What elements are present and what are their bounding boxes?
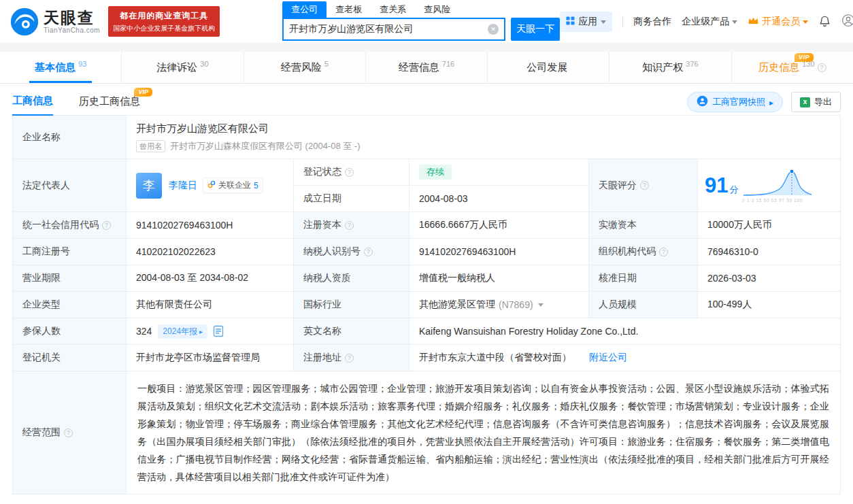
tab-basic-info[interactable]: 基本信息 93 bbox=[0, 52, 122, 83]
main-tabs: 基本信息 93 法律诉讼 30 经营风险 5 经营信息 716 公司发展 知识产… bbox=[0, 52, 853, 84]
search-button[interactable]: 天眼一下 bbox=[511, 18, 560, 41]
tab-intellectual-property[interactable]: 知识产权 376 bbox=[609, 52, 731, 83]
legal-rep-name-link[interactable]: 李隆日 bbox=[169, 180, 197, 192]
company-type-value: 其他有限责任公司 bbox=[127, 292, 294, 318]
org-code-value: 76946310-0 bbox=[698, 239, 840, 265]
annual-report-badge[interactable]: 2024年报 bbox=[158, 324, 207, 339]
label-reg-status: 登记状态 bbox=[294, 159, 409, 186]
score-chart: 0 1 3 15 50 65 97 99 100 bbox=[742, 166, 826, 205]
app-menu-label: 应用 bbox=[578, 16, 597, 28]
search-area: 查公司 查老板 查关系 查风险 天眼一下 bbox=[282, 3, 560, 41]
vip-badge: VIP bbox=[134, 88, 152, 97]
official-snapshot-button[interactable]: 工商官网快照 bbox=[687, 92, 783, 112]
search-box bbox=[282, 18, 505, 41]
brand-name: 天眼查 bbox=[44, 9, 100, 27]
search-tab-relation[interactable]: 查关系 bbox=[371, 1, 415, 18]
address-value: 开封市东京大道中段（省警校对面） bbox=[419, 352, 571, 364]
score-axis-ticks: 0 1 3 15 50 65 97 99 100 bbox=[742, 198, 803, 203]
caret-down-icon bbox=[803, 20, 808, 27]
nav-open-vip[interactable]: 开通会员 bbox=[748, 16, 808, 28]
reg-authority-value: 开封市龙亭区市场监督管理局 bbox=[127, 345, 294, 371]
info-icon[interactable] bbox=[102, 221, 111, 230]
nearby-companies-link[interactable]: 附近公司 bbox=[589, 352, 627, 364]
approval-date-value: 2026-03-03 bbox=[698, 265, 840, 292]
crown-icon bbox=[748, 16, 759, 27]
insured-count-value: 324 bbox=[136, 326, 152, 337]
search-input[interactable] bbox=[284, 24, 488, 35]
row-reg-number: 工商注册号 410202102022623 纳税人识别号 91410202769… bbox=[13, 239, 840, 265]
nav-enterprise-products[interactable]: 企业级产品 bbox=[682, 16, 737, 28]
label-establish-date: 成立日期 bbox=[294, 186, 409, 212]
label-paid-capital: 实缴资本 bbox=[589, 212, 698, 239]
subtab-history-business-info[interactable]: 历史工商信息 VIP bbox=[79, 95, 140, 115]
row-business-term: 营业期限 2004-08-03 至 2034-08-02 纳税人资质 增值税一般… bbox=[13, 265, 840, 292]
former-name-badge: 曾用名 bbox=[136, 140, 165, 152]
business-term-value: 2004-08-03 至 2034-08-02 bbox=[127, 265, 294, 292]
status-date-block: 登记状态 存续 成立日期 2004-08-03 bbox=[294, 159, 589, 212]
row-company-name: 企业名称 开封市万岁山游览区有限公司 曾用名 开封市万岁山森林度假区有限公司 (… bbox=[13, 116, 840, 159]
info-icon[interactable] bbox=[345, 221, 354, 230]
score-unit: 分 bbox=[729, 184, 738, 196]
row-reg-authority: 登记机关 开封市龙亭区市场监督管理局 注册地址 开封市东京大道中段（省警校对面）… bbox=[13, 345, 840, 371]
row-company-type: 企业类型 其他有限责任公司 国标行业 其他游览景区管理 (N7869) 人员规模… bbox=[13, 292, 840, 318]
tianyancha-logo[interactable]: 天眼查 TianYanCha.com bbox=[10, 7, 100, 37]
label-reg-capital: 注册资本 bbox=[294, 212, 409, 239]
english-name-value: Kaifeng Wansuishan Forestry Holiday Zone… bbox=[409, 318, 840, 345]
tianyancha-company-page: 天眼查 TianYanCha.com 都在用的商业查询工具 国家中小企业发展子基… bbox=[0, 0, 853, 494]
related-companies-icon bbox=[207, 180, 216, 190]
clear-icon[interactable] bbox=[488, 24, 499, 35]
info-icon[interactable] bbox=[364, 248, 373, 256]
score-value: 91 bbox=[705, 175, 728, 196]
search-tab-company[interactable]: 查公司 bbox=[282, 1, 327, 18]
chevron-down-icon[interactable] bbox=[538, 303, 543, 309]
social-insurance-report-icon[interactable] bbox=[212, 325, 224, 337]
search-tabs: 查公司 查老板 查关系 查风险 bbox=[282, 3, 560, 18]
label-company-name: 企业名称 bbox=[13, 116, 127, 159]
bell-icon[interactable] bbox=[818, 15, 831, 28]
row-insured-count: 参保人数 324 2024年报 英文名称 Kaifeng Wansuishan … bbox=[13, 318, 840, 345]
tab-legal-litigation[interactable]: 法律诉讼 30 bbox=[122, 52, 244, 83]
label-business-term: 营业期限 bbox=[13, 265, 127, 292]
section-header: 工商信息 历史工商信息 VIP 工商官网快照 导出 bbox=[0, 84, 853, 115]
industry-code: (N7869) bbox=[499, 299, 533, 310]
label-company-type: 企业类型 bbox=[13, 292, 127, 318]
business-scope-value: 一般项目：游览景区管理；园区管理服务；城市公园管理；企业管理；旅游开发项目策划咨… bbox=[127, 371, 840, 494]
subtab-business-info[interactable]: 工商信息 bbox=[12, 95, 53, 116]
related-companies-badge[interactable]: 关联企业 5 bbox=[203, 178, 263, 193]
business-info-table: 企业名称 开封市万岁山游览区有限公司 曾用名 开封市万岁山森林度假区有限公司 (… bbox=[12, 115, 841, 494]
info-icon[interactable] bbox=[659, 248, 668, 256]
nav-business-cooperation[interactable]: 商务合作 bbox=[633, 16, 671, 28]
tab-operation-risk[interactable]: 经营风险 5 bbox=[244, 52, 366, 83]
industry-value: 其他游览景区管理 (N7869) bbox=[409, 292, 589, 318]
tianyancha-logo-icon bbox=[10, 7, 39, 37]
info-icon[interactable] bbox=[640, 181, 649, 190]
export-button[interactable]: 导出 bbox=[791, 92, 841, 112]
label-credit-code: 统一社会信用代码 bbox=[13, 212, 127, 239]
top-header: 天眼查 TianYanCha.com 都在用的商业查询工具 国家中小企业发展子基… bbox=[0, 0, 853, 43]
tab-operation-info[interactable]: 经营信息 716 bbox=[366, 52, 488, 83]
label-address: 注册地址 bbox=[294, 345, 409, 371]
promo-banner: 都在用的商业查询工具 国家中小企业发展子基金旗下机构 bbox=[108, 6, 220, 37]
establish-date-value: 2004-08-03 bbox=[409, 186, 589, 212]
legal-rep-cell: 李 李隆日 关联企业 5 bbox=[127, 159, 294, 212]
insured-count-cell: 324 2024年报 bbox=[127, 318, 294, 345]
vip-badge: VIP bbox=[795, 53, 814, 62]
legal-rep-avatar[interactable]: 李 bbox=[136, 173, 162, 199]
search-tab-risk[interactable]: 查风险 bbox=[415, 1, 459, 18]
info-icon[interactable] bbox=[64, 429, 73, 437]
user-account[interactable]: 186*... bbox=[841, 14, 853, 29]
tab-history-info[interactable]: 历史信息 130 VIP bbox=[732, 52, 853, 83]
search-row: 天眼一下 bbox=[282, 18, 560, 41]
score-cell[interactable]: 91 分 0 1 3 15 50 65 97 99 100 bbox=[698, 159, 840, 212]
section-actions: 工商官网快照 导出 bbox=[687, 92, 841, 118]
info-icon[interactable] bbox=[345, 168, 354, 177]
nav-enterprise-label: 企业级产品 bbox=[682, 16, 729, 28]
info-icon[interactable] bbox=[818, 63, 826, 72]
label-reg-number: 工商注册号 bbox=[13, 239, 127, 265]
info-icon[interactable] bbox=[345, 354, 354, 363]
search-tab-boss[interactable]: 查老板 bbox=[327, 1, 371, 18]
tab-company-development[interactable]: 公司发展 bbox=[488, 52, 609, 83]
label-insured-count: 参保人数 bbox=[13, 318, 127, 345]
taxpayer-id-value: 91410202769463100H bbox=[409, 239, 589, 265]
app-menu[interactable]: 应用 bbox=[560, 12, 612, 32]
